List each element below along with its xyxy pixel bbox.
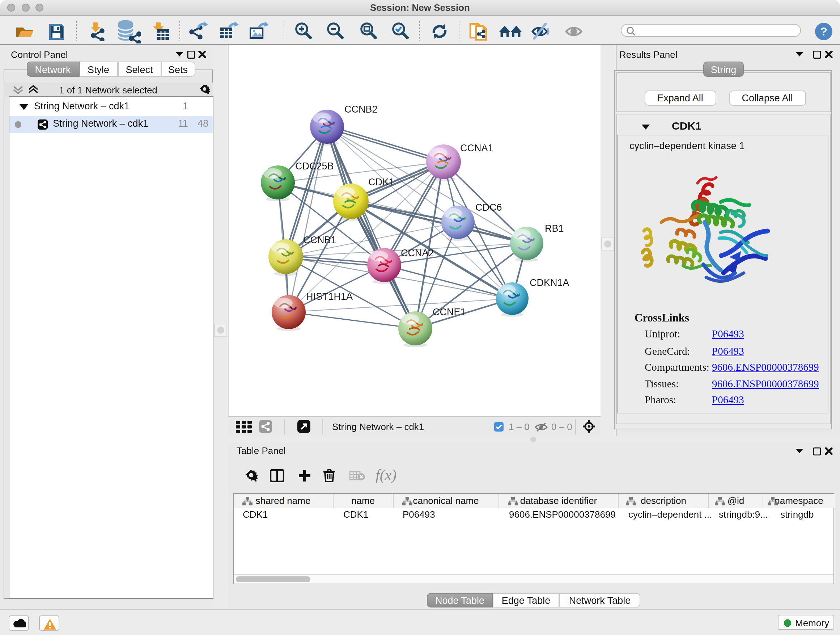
svg-text:CDC25B: CDC25B [295,161,334,172]
svg-text:CDK1: CDK1 [368,177,394,187]
svg-text:CCNA1: CCNA1 [460,143,493,154]
svg-text:CCNE1: CCNE1 [433,307,466,318]
svg-text:?: ? [820,25,827,38]
svg-text:CCNB2: CCNB2 [344,104,378,115]
svg-text:RB1: RB1 [545,223,564,234]
svg-text:CCNA2: CCNA2 [401,248,434,258]
svg-text:HIST1H1A: HIST1H1A [306,291,353,302]
svg-text:CDKN1A: CDKN1A [530,277,569,288]
svg-text:CCNB1: CCNB1 [303,234,336,245]
svg-text:CDC6: CDC6 [475,202,502,213]
